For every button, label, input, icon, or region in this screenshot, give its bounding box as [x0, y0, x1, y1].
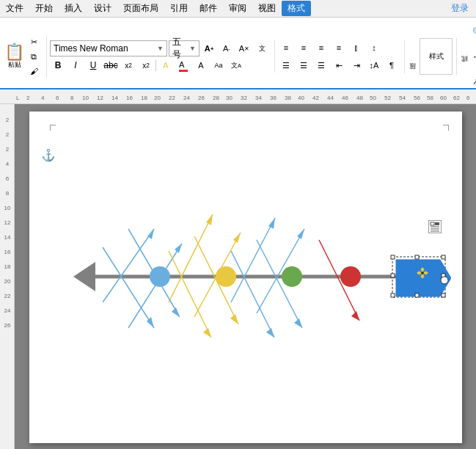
text-color-button[interactable]: A [193, 58, 209, 73]
menu-item-review[interactable]: 审阅 [223, 1, 252, 16]
svg-text:2: 2 [5, 131, 9, 138]
strikethrough-button[interactable]: abc [103, 58, 119, 73]
svg-line-74 [169, 251, 211, 337]
svg-text:22: 22 [169, 95, 175, 101]
decrease-font-button[interactable]: A- [219, 40, 235, 56]
align-center-button[interactable]: ≡ [296, 40, 312, 56]
svg-marker-69 [172, 307, 180, 317]
svg-line-56 [128, 244, 182, 328]
svg-marker-79 [266, 328, 274, 337]
align-left-button[interactable]: ≡ [278, 40, 294, 56]
svg-text:12: 12 [97, 95, 103, 101]
phonetic-btn2[interactable]: 文A [228, 58, 244, 73]
svg-rect-90 [415, 293, 419, 297]
svg-text:4: 4 [41, 95, 45, 101]
fishbone-diagram[interactable] [44, 134, 451, 420]
svg-marker-75 [203, 328, 211, 337]
find-button[interactable]: 🔍查找 [472, 21, 476, 43]
svg-line-62 [169, 214, 213, 302]
svg-point-54 [282, 266, 302, 287]
svg-text:10: 10 [82, 95, 89, 101]
sort-button[interactable]: ↕A [366, 57, 382, 73]
svg-marker-67 [268, 218, 275, 229]
svg-text:62: 62 [453, 95, 460, 101]
menu-item-references[interactable]: 引用 [164, 1, 194, 16]
svg-text:38: 38 [285, 95, 291, 101]
svg-text:44: 44 [327, 95, 334, 101]
char-shading-button[interactable]: Aa [210, 58, 227, 73]
svg-text:24: 24 [183, 95, 190, 101]
paragraph-label: 段落 [408, 38, 417, 75]
svg-rect-89 [391, 293, 395, 297]
copy-button[interactable]: ⧉ [26, 50, 42, 63]
column-button[interactable]: ⫿ [348, 40, 365, 56]
numbering-button[interactable]: ☰ [296, 57, 312, 73]
menu-item-layout[interactable]: 页面布局 [117, 1, 164, 16]
svg-marker-63 [206, 214, 213, 225]
svg-text:42: 42 [312, 95, 319, 101]
svg-text:L: L [16, 95, 20, 101]
svg-text:64: 64 [466, 95, 469, 101]
svg-rect-100 [431, 222, 434, 225]
line-spacing-button[interactable]: ↕ [366, 40, 382, 56]
svg-text:2: 2 [26, 95, 30, 101]
menu-item-file[interactable]: 文件 [0, 1, 29, 16]
paste-button[interactable]: 📋 粘贴 [4, 44, 24, 70]
svg-text:6: 6 [56, 95, 59, 101]
svg-text:12: 12 [4, 219, 10, 226]
menu-item-mailings[interactable]: 邮件 [194, 1, 223, 16]
svg-text:26: 26 [4, 322, 10, 329]
decrease-indent-button[interactable]: ⇤ [331, 57, 347, 73]
svg-rect-86 [442, 255, 445, 259]
increase-indent-button[interactable]: ⇥ [348, 57, 365, 73]
svg-point-55 [340, 266, 361, 287]
menu-item-format[interactable]: 格式 [282, 1, 311, 16]
document-page: ⚓ [29, 112, 462, 443]
format-painter-button[interactable]: 🖌 [26, 65, 42, 78]
justify-button[interactable]: ≡ [331, 40, 347, 56]
align-right-button[interactable]: ≡ [313, 40, 329, 56]
show-marks-button[interactable]: ¶ [384, 57, 400, 73]
multilevel-button[interactable]: ☰ [313, 57, 329, 73]
superscript-button[interactable]: x2 [138, 58, 154, 73]
svg-text:2: 2 [5, 146, 9, 153]
layout-options-button[interactable] [428, 220, 442, 233]
svg-marker-49 [73, 262, 95, 291]
menu-item-design[interactable]: 设计 [88, 1, 117, 16]
svg-text:50: 50 [370, 95, 376, 101]
font-name-dropdown[interactable]: Times New Roman ▼ [50, 40, 167, 56]
bold-button[interactable]: B [50, 58, 66, 73]
replace-button[interactable]: ↔替换 [472, 45, 476, 67]
menu-item-view[interactable]: 视图 [252, 1, 282, 16]
svg-text:32: 32 [241, 95, 247, 101]
clear-format-button[interactable]: A✕ [236, 40, 252, 56]
cut-button[interactable]: ✂ [26, 35, 42, 48]
svg-text:8: 8 [5, 190, 9, 197]
increase-font-button[interactable]: A+ [201, 40, 217, 56]
svg-rect-87 [391, 274, 395, 277]
svg-text:54: 54 [399, 95, 406, 101]
svg-text:46: 46 [342, 95, 348, 101]
menu-item-insert[interactable]: 插入 [59, 1, 88, 16]
svg-text:36: 36 [270, 95, 277, 101]
svg-rect-101 [435, 222, 439, 225]
svg-text:26: 26 [198, 95, 205, 101]
phonetic-guide-button[interactable]: 文 [254, 40, 270, 56]
svg-text:22: 22 [4, 293, 10, 299]
underline-button[interactable]: U [85, 58, 101, 73]
svg-marker-57 [175, 244, 182, 253]
italic-button[interactable]: I [67, 58, 84, 73]
font-color-button[interactable]: A [175, 58, 191, 73]
svg-text:24: 24 [4, 307, 10, 314]
styles-gallery[interactable]: 样式 [420, 38, 453, 75]
menu-item-home[interactable]: 开始 [29, 1, 59, 16]
svg-text:10: 10 [4, 205, 10, 211]
svg-rect-91 [442, 293, 445, 297]
styles-label: 样式 [460, 45, 469, 67]
subscript-button[interactable]: x2 [120, 58, 136, 73]
bullets-button[interactable]: ☰ [278, 57, 294, 73]
font-size-dropdown[interactable]: 五号 ▼ [169, 40, 199, 56]
login-button[interactable]: 登录 [444, 1, 476, 16]
text-highlight-button[interactable]: A [158, 58, 174, 73]
svg-text:14: 14 [4, 234, 10, 241]
